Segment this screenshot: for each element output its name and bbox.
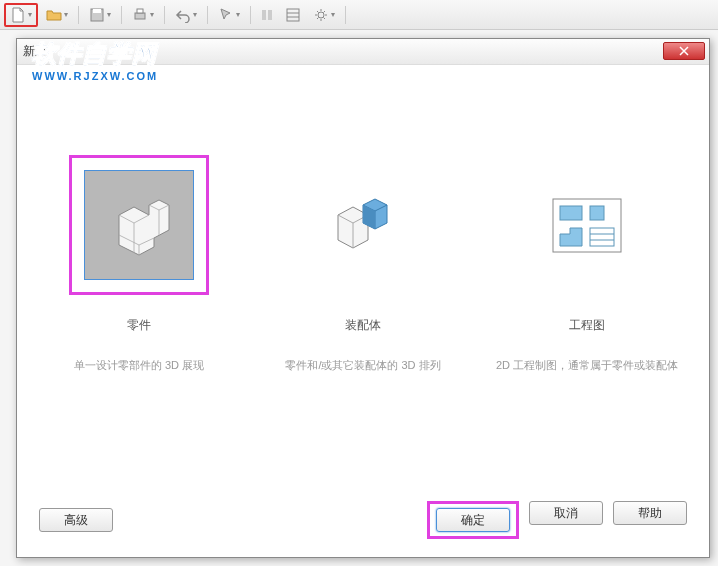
dropdown-arrow-icon: ▾ bbox=[64, 10, 68, 19]
ok-button[interactable]: 确定 bbox=[436, 508, 510, 532]
advanced-button[interactable]: 高级 bbox=[39, 508, 113, 532]
svg-rect-4 bbox=[262, 10, 266, 20]
toolbar-separator bbox=[250, 6, 251, 24]
svg-rect-11 bbox=[560, 206, 582, 220]
toolbar-separator bbox=[121, 6, 122, 24]
dropdown-arrow-icon: ▾ bbox=[236, 10, 240, 19]
help-button[interactable]: 帮助 bbox=[613, 501, 687, 525]
option-title: 零件 bbox=[39, 317, 239, 334]
option-desc: 零件和/或其它装配体的 3D 排列 bbox=[263, 358, 463, 373]
option-desc: 单一设计零部件的 3D 展现 bbox=[39, 358, 239, 373]
option-assembly[interactable]: 装配体 零件和/或其它装配体的 3D 排列 bbox=[263, 155, 463, 373]
option-title: 装配体 bbox=[263, 317, 463, 334]
assembly-icon bbox=[308, 170, 418, 280]
svg-rect-12 bbox=[590, 206, 604, 220]
toolbar-separator bbox=[207, 6, 208, 24]
svg-rect-6 bbox=[287, 9, 299, 21]
settings-button[interactable]: ▾ bbox=[307, 3, 341, 27]
new-document-dialog: 新建 零件 单一设计零部件的 3D 展现 bbox=[16, 38, 710, 558]
svg-rect-3 bbox=[137, 9, 143, 13]
dialog-title: 新建 bbox=[23, 43, 47, 60]
toolbar-separator bbox=[164, 6, 165, 24]
dropdown-arrow-icon: ▾ bbox=[150, 10, 154, 19]
option-drawing[interactable]: 工程图 2D 工程制图，通常属于零件或装配体 bbox=[487, 155, 687, 373]
dropdown-arrow-icon: ▾ bbox=[193, 10, 197, 19]
dialog-body: 零件 单一设计零部件的 3D 展现 装配体 零件和/或其它装配体的 3D 排列 bbox=[17, 65, 709, 393]
dropdown-arrow-icon: ▾ bbox=[331, 10, 335, 19]
option-title: 工程图 bbox=[487, 317, 687, 334]
svg-point-9 bbox=[318, 12, 324, 18]
option-icon-highlight bbox=[69, 155, 209, 295]
main-toolbar: ▾ ▾ ▾ ▾ ▾ ▾ ▾ bbox=[0, 0, 718, 30]
option-part[interactable]: 零件 单一设计零部件的 3D 展现 bbox=[39, 155, 239, 373]
new-file-button[interactable]: ▾ bbox=[4, 3, 38, 27]
svg-rect-1 bbox=[93, 9, 101, 13]
rebuild-button[interactable] bbox=[255, 3, 279, 27]
ok-highlight: 确定 bbox=[427, 501, 519, 539]
dropdown-arrow-icon: ▾ bbox=[107, 10, 111, 19]
svg-rect-2 bbox=[135, 13, 145, 19]
dropdown-arrow-icon: ▾ bbox=[28, 10, 32, 19]
options-button[interactable] bbox=[281, 3, 305, 27]
toolbar-separator bbox=[78, 6, 79, 24]
open-file-button[interactable]: ▾ bbox=[40, 3, 74, 27]
toolbar-separator bbox=[345, 6, 346, 24]
cancel-button[interactable]: 取消 bbox=[529, 501, 603, 525]
print-button[interactable]: ▾ bbox=[126, 3, 160, 27]
drawing-icon bbox=[532, 170, 642, 280]
dialog-footer: 高级 确定 取消 帮助 bbox=[17, 501, 709, 539]
save-button[interactable]: ▾ bbox=[83, 3, 117, 27]
undo-button[interactable]: ▾ bbox=[169, 3, 203, 27]
select-button[interactable]: ▾ bbox=[212, 3, 246, 27]
option-desc: 2D 工程制图，通常属于零件或装配体 bbox=[487, 358, 687, 373]
close-button[interactable] bbox=[663, 42, 705, 60]
part-icon bbox=[84, 170, 194, 280]
dialog-titlebar: 新建 bbox=[17, 39, 709, 65]
svg-rect-5 bbox=[268, 10, 272, 20]
